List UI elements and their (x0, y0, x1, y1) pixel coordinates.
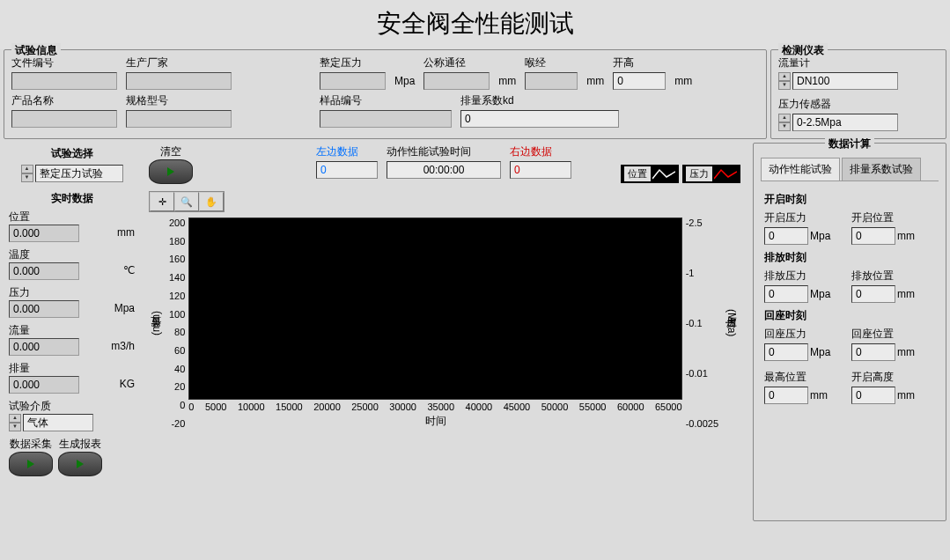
pressure-sensor-input[interactable] (792, 114, 898, 131)
test-select-input[interactable] (35, 165, 123, 182)
gen-report-button[interactable] (58, 452, 102, 476)
open-pressure-value[interactable] (764, 227, 808, 245)
reseat-heading: 回座时刻 (764, 308, 935, 323)
test-info-group: 试验信息 文件编号 生产厂家 整定压力 Mpa 公称通径 mm 喉经 (4, 49, 767, 139)
y-right-axis: -2.5-1-0.1-0.01-0.0025 (682, 217, 722, 429)
sample-no-input[interactable] (320, 110, 452, 128)
legend-position: 位置 (621, 165, 679, 183)
gen-report-label: 生成报表 (58, 437, 102, 452)
discharge-coef-label: 排量系数kd (460, 93, 619, 108)
timer-label: 动作性能试验时间 (387, 144, 501, 159)
nominal-diameter-unit: mm (498, 75, 516, 90)
pan-tool-icon[interactable]: ✋ (199, 192, 224, 211)
chart: 位置(mm) 200180160140120100806040200-20 05… (144, 214, 749, 432)
plot-area[interactable] (188, 217, 681, 400)
data-collect-label: 数据采集 (9, 437, 53, 452)
temp-unit: ℃ (123, 264, 135, 279)
medium-input[interactable] (23, 414, 93, 431)
instruments-group: 检测仪表 流量计 ▲▼ 压力传感器 ▲▼ (770, 49, 946, 139)
nominal-diameter-label: 公称通径 (423, 55, 490, 70)
discharge-position-label: 排放位置 (851, 269, 935, 284)
left-data-label: 左边数据 (316, 144, 378, 159)
x-label: 时间 (188, 414, 681, 429)
reseat-position-label: 回座位置 (851, 327, 935, 342)
flowmeter-spinner[interactable]: ▲▼ (778, 72, 791, 90)
manufacturer-label: 生产厂家 (126, 55, 232, 70)
y-left-axis: 200180160140120100806040200-20 (166, 217, 188, 429)
flow-value (9, 338, 79, 356)
discharge-pressure-label: 排放压力 (764, 269, 848, 284)
lift-height-value[interactable] (851, 387, 895, 404)
open-position-label: 开启位置 (851, 210, 935, 225)
reseat-pressure-label: 回座压力 (764, 327, 848, 342)
pressure-sensor-label: 压力传感器 (778, 97, 939, 112)
discharge-coef-input[interactable] (460, 110, 619, 128)
clear-label: 清空 (149, 144, 193, 159)
discharge-heading: 排放时刻 (764, 250, 935, 265)
position-label: 位置 (9, 210, 135, 225)
data-collect-button[interactable] (9, 452, 53, 476)
nominal-diameter-input[interactable] (423, 72, 490, 90)
flow-unit: m3/h (111, 340, 135, 355)
tab-action-performance[interactable]: 动作性能试验 (761, 158, 840, 181)
model-input[interactable] (126, 110, 232, 128)
throat-input[interactable] (525, 72, 578, 90)
throat-unit: mm (586, 75, 604, 90)
lift-height-label: 开启高度 (851, 370, 935, 385)
x-axis: 0500010000150002000025000300003500040000… (188, 400, 681, 412)
calc-group: 数据计算 动作性能试验 排量系数试验 开启时刻 开启压力 Mpa 开启位置 mm (753, 143, 946, 521)
zoom-tool-icon[interactable]: 🔍 (174, 192, 199, 211)
temp-label: 温度 (9, 247, 135, 262)
medium-spinner[interactable]: ▲▼ (9, 414, 21, 431)
test-select-spinner[interactable]: ▲▼ (21, 165, 33, 182)
left-data-value (316, 161, 378, 179)
tab-discharge-coef[interactable]: 排量系数试验 (842, 158, 921, 181)
pressure-label: 压力 (9, 285, 135, 300)
position-unit: mm (117, 226, 135, 241)
file-no-input[interactable] (11, 72, 117, 90)
pressure-sensor-spinner[interactable]: ▲▼ (778, 114, 791, 131)
y-right-label: 压力(Mpa) (722, 309, 740, 336)
medium-label: 试验介质 (9, 399, 135, 414)
open-pressure-unit: Mpa (810, 230, 830, 242)
pressure-value (9, 300, 79, 318)
product-name-input[interactable] (11, 110, 117, 128)
pressure-unit: Mpa (114, 302, 135, 317)
flowmeter-input[interactable] (792, 72, 898, 90)
instruments-legend: 检测仪表 (778, 43, 828, 58)
test-select-label: 试验选择 (4, 143, 140, 165)
lift-input[interactable] (613, 72, 666, 90)
reseat-position-value[interactable] (851, 343, 895, 361)
open-position-unit: mm (897, 230, 915, 242)
discharge-pressure-value[interactable] (764, 285, 808, 303)
crosshair-tool-icon[interactable]: ✛ (150, 192, 174, 211)
temp-value (9, 262, 79, 280)
set-pressure-input[interactable] (320, 72, 386, 90)
right-data-value (510, 161, 571, 179)
chart-toolbar: ✛ 🔍 ✋ (149, 191, 225, 212)
sample-no-label: 样品编号 (320, 93, 452, 108)
set-pressure-label: 整定压力 (320, 55, 386, 70)
open-pressure-label: 开启压力 (764, 210, 848, 225)
model-label: 规格型号 (126, 93, 232, 108)
max-position-value[interactable] (764, 387, 808, 404)
discharge-label: 排量 (9, 361, 135, 376)
max-position-label: 最高位置 (764, 370, 848, 385)
legend-pressure: 压力 (682, 165, 740, 183)
set-pressure-unit: Mpa (394, 75, 415, 90)
open-position-value[interactable] (851, 227, 895, 245)
page-title: 安全阀全性能测试 (0, 0, 950, 49)
clear-button[interactable] (149, 159, 193, 184)
manufacturer-input[interactable] (126, 72, 232, 90)
flow-label: 流量 (9, 323, 135, 338)
open-heading: 开启时刻 (764, 192, 935, 207)
y-left-label: 位置(mm) (147, 311, 166, 335)
calc-legend: 数据计算 (825, 136, 874, 151)
discharge-position-value[interactable] (851, 285, 895, 303)
lift-unit: mm (674, 75, 692, 90)
discharge-unit: KG (120, 378, 135, 393)
throat-label: 喉经 (525, 55, 578, 70)
timer-value (387, 161, 501, 179)
test-info-legend: 试验信息 (11, 43, 61, 58)
reseat-pressure-value[interactable] (764, 343, 808, 361)
